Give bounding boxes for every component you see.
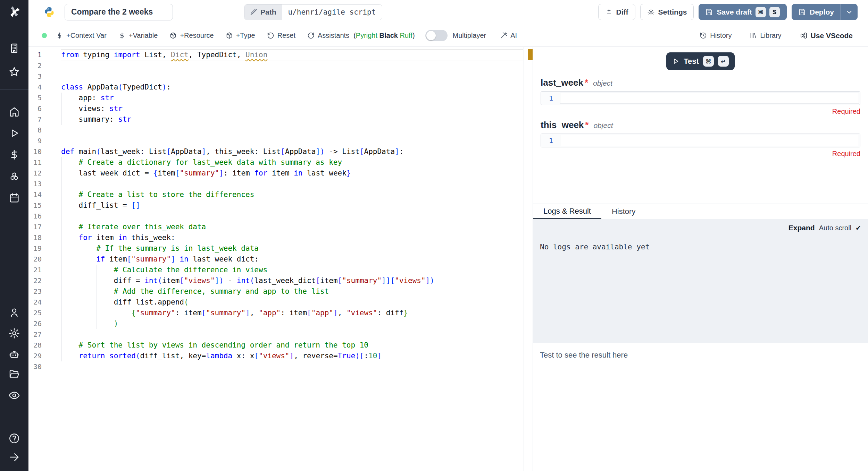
line-number: 26 xyxy=(28,318,61,329)
paren-open: ( xyxy=(353,32,356,39)
code-line-19[interactable]: # If the summary is in last_week data xyxy=(61,243,524,254)
code-line-15[interactable]: diff_list = [] xyxy=(61,200,524,211)
code-line-29[interactable]: return sorted(diff_list, key=lambda x: x… xyxy=(61,351,524,361)
chevron-down-icon[interactable] xyxy=(845,8,853,16)
code-line-6[interactable]: views: str xyxy=(61,103,524,114)
reset-button[interactable]: Reset xyxy=(267,32,295,40)
line-number: 20 xyxy=(28,254,61,265)
field-name: last_week xyxy=(541,77,583,88)
code-line-1[interactable]: from typing import List, Dict, TypedDict… xyxy=(61,50,524,60)
code-line-16[interactable] xyxy=(61,211,524,222)
json-input-area[interactable] xyxy=(560,135,859,146)
code-line-26[interactable]: ) xyxy=(61,318,524,329)
home-icon[interactable] xyxy=(8,106,20,118)
settings-gear-icon[interactable] xyxy=(8,327,20,339)
line-number: 11 xyxy=(28,157,61,168)
line-number: 1 xyxy=(28,50,61,60)
multiplayer-toggle[interactable] xyxy=(425,30,448,41)
line-number: 13 xyxy=(28,179,61,189)
code-line-3[interactable] xyxy=(61,71,524,82)
result-placeholder: Test to see the result here xyxy=(540,351,861,360)
resources-boxes-icon[interactable] xyxy=(8,171,20,182)
tab-history[interactable]: History xyxy=(601,204,646,219)
code-line-22[interactable]: diff = int(item["views"]) - int(last_wee… xyxy=(61,275,524,286)
add-type-button[interactable]: +Type xyxy=(226,32,255,40)
deploy-button[interactable]: Deploy xyxy=(792,4,858,20)
add-resource-button[interactable]: +Resource xyxy=(169,32,214,40)
json-input-this-week[interactable]: 1 xyxy=(541,134,860,147)
code-area[interactable]: from typing import List, Dict, TypedDict… xyxy=(61,50,524,372)
folders-icon[interactable] xyxy=(8,368,20,380)
reset-label: Reset xyxy=(277,32,295,40)
workspace-building-icon[interactable] xyxy=(8,42,20,54)
code-line-11[interactable]: # Create a dictionary for last_week data… xyxy=(61,157,524,168)
required-star: * xyxy=(585,120,589,130)
toggle-knob xyxy=(426,31,436,40)
json-input-area[interactable] xyxy=(560,93,859,104)
json-input-last-week[interactable]: 1 xyxy=(541,91,860,105)
field-type: object xyxy=(593,79,612,87)
code-line-21[interactable]: # Calculate the difference in views xyxy=(61,265,524,275)
code-editor[interactable]: 1234567891011121314151617181920212223242… xyxy=(28,47,524,471)
script-name-input[interactable] xyxy=(65,4,173,20)
save-draft-button[interactable]: Save draft ⌘ S xyxy=(699,4,787,20)
code-line-9[interactable] xyxy=(61,136,524,146)
code-line-23[interactable]: # Add the difference, summary and app to… xyxy=(61,286,524,297)
assistants-button[interactable]: Assistants xyxy=(307,32,349,40)
favorites-star-icon[interactable] xyxy=(8,66,20,78)
add-variable-button[interactable]: +Variable xyxy=(118,32,158,40)
python-icon xyxy=(44,7,55,18)
code-line-24[interactable]: diff_list.append( xyxy=(61,297,524,308)
schedules-calendar-icon[interactable] xyxy=(8,192,20,204)
settings-button[interactable]: Settings xyxy=(640,4,694,20)
required-message: Required xyxy=(541,108,860,115)
path-value[interactable]: u/henri/agile_script xyxy=(282,5,382,20)
code-line-7[interactable]: summary: str xyxy=(61,114,524,125)
ai-label: AI xyxy=(510,32,517,40)
auto-scroll-toggle[interactable]: Auto scroll xyxy=(819,224,851,232)
check-icon[interactable]: ✔ xyxy=(856,224,861,232)
windmill-logo-icon[interactable] xyxy=(7,5,21,19)
code-line-20[interactable]: if item["summary"] in last_week_dict: xyxy=(61,254,524,265)
ai-button[interactable]: AI xyxy=(500,32,517,40)
collapse-arrow-right-icon[interactable] xyxy=(8,451,20,463)
diff-button[interactable]: Diff xyxy=(598,4,635,20)
variables-dollar-icon[interactable] xyxy=(8,149,20,161)
history-button[interactable]: History xyxy=(700,32,732,40)
tab-logs-result[interactable]: Logs & Result xyxy=(533,204,601,219)
code-line-14[interactable]: # Create a list to store the differences xyxy=(61,189,524,200)
audit-eye-icon[interactable] xyxy=(8,389,20,401)
code-line-17[interactable]: # Iterate over this_week data xyxy=(61,222,524,232)
code-line-5[interactable]: app: str xyxy=(61,93,524,103)
help-icon[interactable] xyxy=(8,433,20,444)
path-chip[interactable]: Path xyxy=(244,5,282,20)
line-number: 27 xyxy=(28,329,61,340)
use-vscode-button[interactable]: Use VScode xyxy=(800,32,853,40)
code-line-10[interactable]: def main(last_week: List[AppData], this_… xyxy=(61,146,524,157)
code-line-12[interactable]: last_week_dict = {item["summary"]: item … xyxy=(61,168,524,179)
user-icon[interactable] xyxy=(8,307,20,319)
library-button[interactable]: Library xyxy=(750,32,781,40)
path-label: Path xyxy=(260,8,276,16)
dollar-icon xyxy=(118,32,126,39)
code-line-28[interactable]: # Sort the list by views in descending o… xyxy=(61,340,524,351)
test-button[interactable]: Test ⌘ ↵ xyxy=(666,52,735,70)
line-number: 25 xyxy=(28,308,61,318)
code-line-2[interactable] xyxy=(61,60,524,71)
code-line-4[interactable]: class AppData(TypedDict): xyxy=(61,82,524,93)
workers-bot-icon[interactable] xyxy=(8,349,20,360)
line-number: 7 xyxy=(28,114,61,125)
code-line-18[interactable]: for item in this_week: xyxy=(61,232,524,243)
add-context-var-button[interactable]: +Context Var xyxy=(56,32,107,40)
code-line-30[interactable] xyxy=(61,361,524,372)
warning-marker xyxy=(528,49,533,60)
code-line-25[interactable]: {"summary": item["summary"], "app": item… xyxy=(61,308,524,318)
overview-ruler[interactable] xyxy=(524,47,533,471)
runs-play-icon[interactable] xyxy=(8,127,20,139)
code-line-13[interactable] xyxy=(61,179,524,189)
code-line-27[interactable] xyxy=(61,329,524,340)
path-group[interactable]: Path u/henri/agile_script xyxy=(244,4,382,20)
code-line-8[interactable] xyxy=(61,125,524,136)
line-number: 24 xyxy=(28,297,61,308)
expand-button[interactable]: Expand xyxy=(788,224,815,232)
